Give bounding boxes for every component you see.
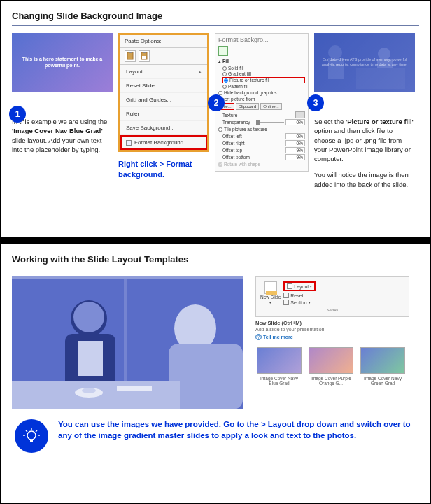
fb-title: Format Backgro... <box>218 36 305 43</box>
radio-pattern-label: Pattern fill <box>228 84 248 89</box>
paste-icon-1[interactable] <box>125 50 136 62</box>
svg-point-20 <box>82 388 96 393</box>
help-icon: ? <box>255 334 262 340</box>
online-button[interactable]: Online... <box>260 103 281 110</box>
offset-top-field: Offset top-9% <box>222 147 305 153</box>
offset-right-field: Offset right0% <box>222 140 305 146</box>
fb-fill-section: ▴ Fill <box>218 59 305 64</box>
thumb-purple-orange[interactable]: Image Cover Purple Orange G... <box>307 347 355 386</box>
thumb-label: Image Cover Navy Green Grad <box>359 376 407 386</box>
thumb-navy-blue[interactable]: Image Cover Navy Blue Grad <box>255 347 303 386</box>
step1-text-bold: 'Image Cover Nav Blue Grad' <box>12 127 103 134</box>
svg-point-15 <box>73 302 104 332</box>
ctx-format-label: Format Background... <box>134 139 188 146</box>
fill-bucket-icon[interactable] <box>218 46 228 56</box>
meeting-photo <box>12 276 243 410</box>
ctx-reset-label: Reset Slide <box>126 83 155 89</box>
svg-rect-0 <box>127 52 133 59</box>
radio-input[interactable] <box>222 72 227 76</box>
svg-line-30 <box>36 430 37 432</box>
svg-point-24 <box>27 431 36 440</box>
slide1-title: Changing Slide Background Image <box>12 10 419 21</box>
radio-picture-label: Picture or texture fill <box>229 78 269 83</box>
step2-caption: Right click > Format background. <box>118 159 209 180</box>
layout-label: Layout <box>294 284 309 289</box>
offset-right-value[interactable]: 0% <box>285 140 305 146</box>
section-dropdown[interactable]: Section ▾ <box>283 300 316 305</box>
radio-solid-fill[interactable]: Solid fill <box>222 66 305 71</box>
tooltip-subtitle: Add a slide to your presentation. <box>255 327 409 332</box>
tooltip-new-slide: New Slide (Ctrl+M) Add a slide to your p… <box>255 320 409 340</box>
radio-input[interactable] <box>222 85 227 89</box>
step2-column: Paste Options: Layout▸ Reset Slide Grid … <box>118 33 209 189</box>
tell-me-more-label: Tell me more <box>263 335 293 340</box>
format-bg-icon <box>126 140 132 146</box>
check-rotate: Rotate with shape <box>218 162 305 167</box>
layout-thumbnails: Image Cover Navy Blue Grad Image Cover P… <box>255 347 409 386</box>
paste-icon-2[interactable] <box>139 50 150 62</box>
radio-gradient-fill[interactable]: Gradient fill <box>222 71 305 76</box>
offset-bottom-field: Offset bottom-9% <box>222 154 305 160</box>
radio-pattern-fill[interactable]: Pattern fill <box>222 84 305 89</box>
chevron-down-icon: ▾ <box>269 300 271 304</box>
ctx-save-background[interactable]: Save Background... <box>120 121 207 135</box>
format-background-panel: Format Backgro... ▴ Fill Solid fill Grad… <box>215 33 309 172</box>
texture-field: Texture <box>222 111 305 118</box>
offset-left-value[interactable]: 0% <box>285 133 305 139</box>
radio-input[interactable] <box>224 78 228 83</box>
new-slide-button[interactable]: New Slide ▾ <box>260 281 281 304</box>
clipboard-button[interactable]: Clipboard <box>236 103 260 110</box>
radio-solid-label: Solid fill <box>228 66 243 71</box>
transparency-value[interactable]: 0% <box>285 119 305 125</box>
step3-text-c: option and then click file to choose a .… <box>314 127 411 162</box>
step3-column: Our data-driven ATS provide of memory: p… <box>314 33 415 189</box>
ctx-save-label: Save Background... <box>126 125 175 131</box>
hero-slide-thumbnail: This is a hero statement to make a power… <box>12 33 113 92</box>
slide2-title: Working with the Slide Layout Templates <box>12 254 419 265</box>
step-badge-2: 2 <box>208 94 225 111</box>
step3-caption-2: You will notice the image is then added … <box>314 170 415 189</box>
radio-picture-fill[interactable]: Picture or texture fill <box>222 77 305 83</box>
slide1-columns: This is a hero statement to make a power… <box>12 33 419 189</box>
texture-picker[interactable] <box>295 111 305 118</box>
check-hide-background[interactable]: Hide background graphics <box>218 90 305 95</box>
svg-line-29 <box>26 430 27 432</box>
section-label: Section <box>290 300 306 305</box>
ctx-reset-slide[interactable]: Reset Slide <box>120 79 207 93</box>
thumb-navy-green[interactable]: Image Cover Navy Green Grad <box>359 347 407 386</box>
radio-input[interactable] <box>222 66 227 71</box>
ctx-ruler[interactable]: Ruler <box>120 107 207 121</box>
reset-button[interactable]: Reset <box>283 293 316 298</box>
svg-rect-25 <box>30 440 33 442</box>
svg-rect-21 <box>117 386 152 391</box>
lightbulb-badge <box>15 419 48 453</box>
tell-me-more-link[interactable]: ?Tell me more <box>255 334 409 340</box>
offset-bottom-value[interactable]: -9% <box>285 154 305 160</box>
svg-rect-3 <box>143 52 146 53</box>
ctx-format-background[interactable]: Format Background... <box>120 135 207 150</box>
check-input[interactable] <box>218 91 222 95</box>
check-hide-label: Hide background graphics <box>224 90 277 95</box>
thumb-image <box>257 347 302 374</box>
step3-caption: Select the 'Picture or texture fill' opt… <box>314 117 415 163</box>
tip-row: You can use the images we have provided.… <box>12 419 419 453</box>
slide-changing-background: Changing Slide Background Image This is … <box>0 0 431 238</box>
step1-caption: In this example we are using the 'Image … <box>12 117 113 154</box>
texture-label: Texture <box>222 113 237 118</box>
ctx-layout[interactable]: Layout▸ <box>120 65 207 79</box>
step1-text-post: slide layout. Add your own text into the… <box>12 136 101 153</box>
svg-rect-22 <box>12 276 243 279</box>
ctx-grid-guides[interactable]: Grid and Guides... <box>120 93 207 107</box>
offset-top-value[interactable]: -9% <box>285 147 305 153</box>
new-slide-icon <box>264 281 277 294</box>
photo-illustration <box>12 276 243 410</box>
check-input[interactable] <box>218 127 222 132</box>
check-tile[interactable]: Tile picture as texture <box>218 127 305 132</box>
step-badge-1: 1 <box>9 106 26 122</box>
layout-dropdown[interactable]: Layout ▾ <box>283 281 316 291</box>
transparency-slider[interactable] <box>256 122 284 123</box>
fb-insert-from-label: Insert picture from <box>218 97 305 102</box>
offset-bottom-label: Offset bottom <box>222 155 250 160</box>
ribbon-group-label: Slides <box>260 308 404 312</box>
chevron-right-icon: ▸ <box>199 69 202 75</box>
